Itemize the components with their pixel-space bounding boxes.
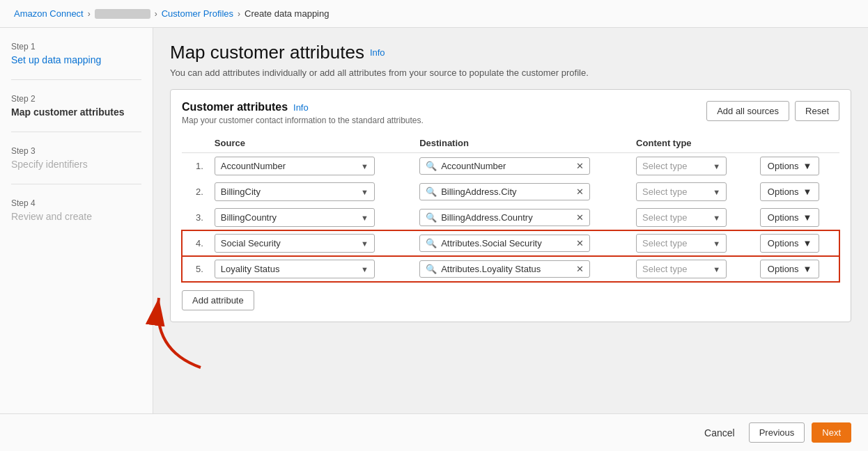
sidebar-step-4: Step 4 Review and create: [11, 198, 141, 236]
previous-button[interactable]: Previous: [749, 422, 805, 443]
destination-search-3[interactable]: 🔍 ✕: [419, 209, 590, 226]
destination-cell-4: 🔍 ✕: [414, 230, 630, 256]
row-num-1: 1.: [182, 153, 209, 180]
step-4-number: Step 4: [11, 198, 141, 208]
source-dropdown-arrow-3: ▼: [361, 214, 369, 222]
content-type-cell-1: Select type ▼: [630, 153, 754, 180]
options-button-5[interactable]: Options ▼: [760, 260, 820, 278]
footer: Cancel Previous Next: [0, 413, 868, 451]
content-type-cell-4: Select type ▼: [630, 230, 754, 256]
options-cell-3: Options ▼: [754, 205, 839, 230]
options-button-1[interactable]: Options ▼: [760, 157, 820, 175]
source-dropdown-2[interactable]: BillingCity ▼: [215, 182, 375, 201]
row-num-2: 2.: [182, 179, 209, 205]
destination-search-1[interactable]: 🔍 ✕: [419, 157, 590, 175]
step-2-number: Step 2: [11, 94, 141, 104]
source-dropdown-arrow-5: ▼: [361, 265, 369, 274]
cancel-button[interactable]: Cancel: [697, 423, 742, 443]
source-dropdown-1[interactable]: AccountNumber ▼: [215, 157, 375, 175]
options-cell-4: Options ▼: [754, 230, 839, 256]
source-cell-3: BillingCountry ▼: [209, 205, 414, 230]
reset-button[interactable]: Reset: [795, 101, 839, 121]
destination-cell-2: 🔍 ✕: [414, 179, 630, 205]
options-button-4[interactable]: Options ▼: [760, 234, 820, 253]
content-type-dropdown-1[interactable]: Select type ▼: [636, 157, 727, 175]
source-dropdown-5[interactable]: Loyality Status ▼: [215, 260, 375, 278]
destination-cell-5: 🔍 ✕: [414, 256, 630, 282]
destination-search-2[interactable]: 🔍 ✕: [419, 183, 590, 200]
content-type-arrow-5: ▼: [713, 265, 720, 274]
breadcrumb-sep-1: ›: [88, 9, 91, 19]
source-dropdown-3[interactable]: BillingCountry ▼: [215, 208, 375, 227]
search-icon-1: 🔍: [426, 161, 437, 171]
options-cell-1: Options ▼: [754, 153, 839, 180]
destination-input-5[interactable]: [441, 264, 572, 274]
step-3-number: Step 3: [11, 146, 141, 156]
card-title: Customer attributes Info: [182, 101, 424, 113]
sidebar-step-1: Step 1 Set up data mapping: [11, 42, 141, 80]
sidebar-step-3: Step 3 Specify identifiers: [11, 146, 141, 184]
search-icon-5: 🔍: [426, 264, 437, 274]
breadcrumb-redacted: [95, 9, 150, 19]
card-subtitle: Map your customer contact information to…: [182, 116, 424, 125]
source-cell-1: AccountNumber ▼: [209, 153, 414, 180]
sidebar-item-review: Review and create: [11, 211, 141, 222]
clear-icon-1[interactable]: ✕: [576, 161, 584, 171]
destination-input-2[interactable]: [441, 187, 572, 197]
row-num-4: 4.: [182, 230, 209, 256]
content-type-arrow-4: ▼: [713, 239, 720, 248]
col-destination-header: Destination: [414, 134, 630, 153]
table-row: 4. Social Security ▼ 🔍 ✕ Select type ▼: [182, 230, 839, 256]
breadcrumb-amazon-connect[interactable]: Amazon Connect: [14, 8, 84, 19]
clear-icon-2[interactable]: ✕: [576, 187, 584, 197]
clear-icon-5[interactable]: ✕: [576, 264, 584, 274]
row-num-5: 5.: [182, 256, 209, 282]
search-icon-3: 🔍: [426, 212, 437, 223]
card-actions: Add all sources Reset: [706, 101, 839, 121]
content-area: Map customer attributes Info You can add…: [153, 28, 868, 450]
breadcrumb: Amazon Connect › › Customer Profiles › C…: [0, 0, 868, 28]
col-content-header: Content type: [630, 134, 754, 153]
source-cell-4: Social Security ▼: [209, 230, 414, 256]
options-cell-5: Options ▼: [754, 256, 839, 282]
table-row: 5. Loyality Status ▼ 🔍 ✕ Select type ▼: [182, 256, 839, 282]
content-type-arrow-2: ▼: [713, 188, 720, 196]
sidebar-item-setup[interactable]: Set up data mapping: [11, 54, 141, 65]
table-row: 2. BillingCity ▼ 🔍 ✕ Select type ▼: [182, 179, 839, 205]
breadcrumb-customer-profiles[interactable]: Customer Profiles: [162, 8, 233, 19]
options-button-2[interactable]: Options ▼: [760, 182, 820, 201]
clear-icon-4[interactable]: ✕: [576, 238, 584, 248]
add-attribute-button[interactable]: Add attribute: [182, 290, 254, 310]
content-type-dropdown-4[interactable]: Select type ▼: [636, 234, 727, 253]
clear-icon-3[interactable]: ✕: [576, 212, 584, 223]
destination-search-5[interactable]: 🔍 ✕: [419, 260, 590, 278]
destination-search-4[interactable]: 🔍 ✕: [419, 235, 590, 252]
options-cell-2: Options ▼: [754, 179, 839, 205]
col-options-header: [754, 134, 839, 153]
content-type-dropdown-2[interactable]: Select type ▼: [636, 182, 727, 201]
source-dropdown-arrow-2: ▼: [361, 188, 369, 196]
content-type-cell-2: Select type ▼: [630, 179, 754, 205]
source-cell-5: Loyality Status ▼: [209, 256, 414, 282]
next-button[interactable]: Next: [812, 422, 851, 443]
page-info-link[interactable]: Info: [370, 47, 385, 58]
customer-attributes-card: Customer attributes Info Map your custom…: [170, 89, 851, 322]
sidebar-item-map: Map customer attributes: [11, 106, 141, 118]
destination-input-1[interactable]: [441, 161, 572, 171]
destination-cell-3: 🔍 ✕: [414, 205, 630, 230]
content-type-cell-3: Select type ▼: [630, 205, 754, 230]
sidebar: Step 1 Set up data mapping Step 2 Map cu…: [0, 28, 153, 450]
content-type-dropdown-5[interactable]: Select type ▼: [636, 260, 727, 278]
sidebar-item-identifiers: Specify identifiers: [11, 159, 141, 170]
add-all-sources-button[interactable]: Add all sources: [706, 101, 789, 121]
content-type-dropdown-3[interactable]: Select type ▼: [636, 208, 727, 227]
card-info-link[interactable]: Info: [293, 102, 309, 113]
options-button-3[interactable]: Options ▼: [760, 208, 820, 227]
destination-input-3[interactable]: [441, 212, 572, 223]
sidebar-step-2: Step 2 Map customer attributes: [11, 94, 141, 132]
destination-input-4[interactable]: [441, 238, 572, 248]
source-dropdown-4[interactable]: Social Security ▼: [215, 234, 375, 253]
page-title: Map customer attributes Info: [170, 42, 851, 63]
source-cell-2: BillingCity ▼: [209, 179, 414, 205]
breadcrumb-current: Create data mapping: [245, 8, 329, 19]
